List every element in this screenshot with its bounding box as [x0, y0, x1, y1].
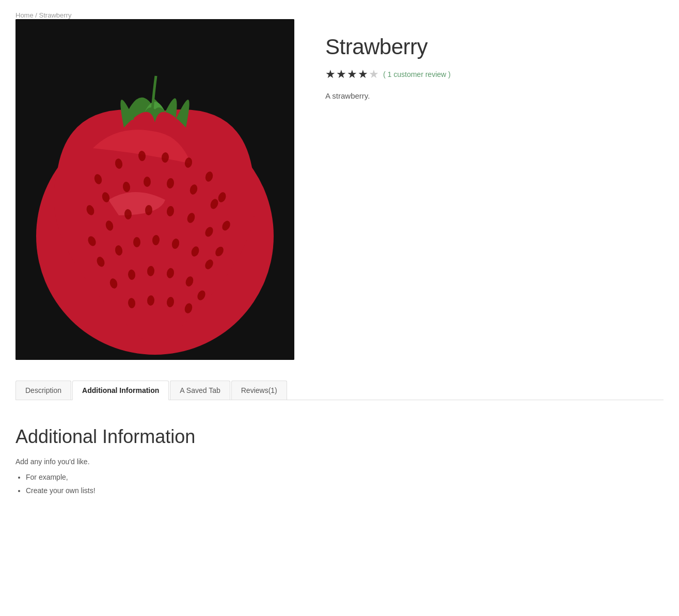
star-rating: ★ ★ ★ ★ ★ [325, 68, 379, 81]
list-item: Create your own lists! [26, 485, 664, 497]
tab-content-additional-information: Additional Information Add any info you'… [15, 421, 664, 513]
star-4: ★ [358, 68, 368, 81]
breadcrumb: Home / Strawberry [15, 10, 664, 19]
breadcrumb-separator: / [35, 11, 39, 19]
star-5: ★ [369, 68, 379, 81]
star-1: ★ [325, 68, 336, 81]
tab-a-saved-tab[interactable]: A Saved Tab [170, 381, 230, 400]
star-2: ★ [336, 68, 346, 81]
product-layout: Strawberry ★ ★ ★ ★ ★ ( 1 customer review… [15, 19, 664, 360]
rating-row: ★ ★ ★ ★ ★ ( 1 customer review ) [325, 68, 664, 81]
star-3: ★ [347, 68, 357, 81]
svg-point-27 [133, 237, 140, 247]
review-link[interactable]: ( 1 customer review ) [383, 70, 451, 78]
tab-reviews[interactable]: Reviews(1) [231, 381, 287, 400]
additional-information-body: Add any info you'd like. For example, Cr… [15, 456, 664, 497]
strawberry-illustration [15, 19, 294, 360]
additional-information-intro: Add any info you'd like. [15, 456, 664, 468]
breadcrumb-home[interactable]: Home [15, 11, 34, 19]
product-image [15, 19, 294, 360]
tab-description[interactable]: Description [15, 381, 71, 400]
product-info: Strawberry ★ ★ ★ ★ ★ ( 1 customer review… [325, 19, 664, 100]
list-item: For example, [26, 471, 664, 484]
additional-information-list: For example, Create your own lists! [26, 471, 664, 497]
product-image-wrap [15, 19, 294, 360]
tabs-container: Description Additional Information A Sav… [15, 381, 664, 400]
svg-point-12 [144, 177, 151, 187]
product-description: A strawberry. [325, 91, 664, 100]
breadcrumb-current: Strawberry [39, 11, 72, 19]
product-title: Strawberry [325, 35, 664, 59]
tab-additional-information[interactable]: Additional Information [72, 381, 169, 400]
additional-information-title: Additional Information [15, 426, 664, 448]
